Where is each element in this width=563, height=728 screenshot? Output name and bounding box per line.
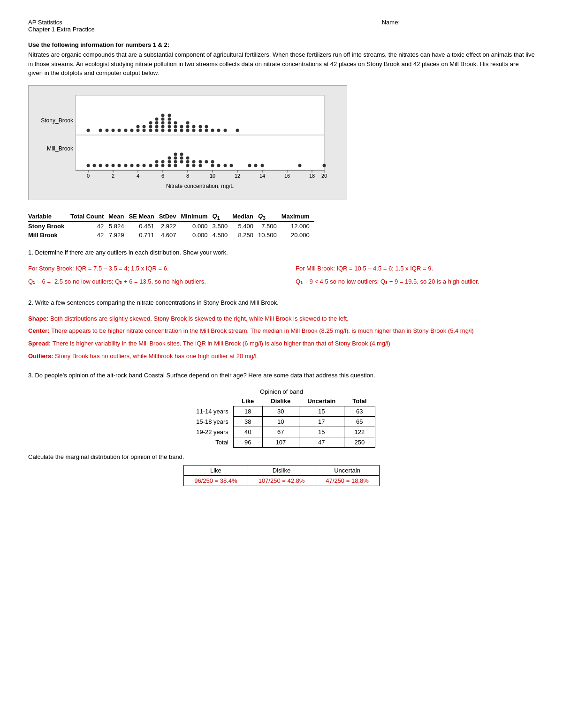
svg-point-43	[199, 128, 202, 132]
svg-point-49	[137, 125, 140, 128]
svg-point-28	[106, 128, 109, 132]
svg-point-70	[168, 113, 171, 117]
svg-text:8: 8	[186, 173, 189, 179]
svg-rect-0	[76, 95, 324, 170]
svg-point-71	[205, 125, 208, 128]
dislike-col-header: Dislike	[262, 396, 299, 406]
svg-point-83	[155, 164, 159, 167]
svg-point-27	[99, 128, 102, 132]
svg-point-82	[149, 164, 152, 167]
instructions-title: Use the following information for number…	[28, 41, 535, 48]
mill-min: 0.000	[181, 231, 213, 240]
svg-point-87	[186, 164, 190, 167]
svg-point-76	[112, 164, 115, 167]
age-row-1518: 15-18 years 38 10 17 65	[188, 417, 375, 427]
svg-point-75	[106, 164, 109, 167]
svg-point-58	[192, 125, 196, 128]
spread-label: Spread:	[28, 340, 51, 347]
svg-point-78	[124, 164, 128, 167]
svg-point-61	[155, 121, 159, 124]
stony-mean: 5.824	[108, 222, 129, 231]
svg-point-102	[199, 160, 202, 163]
like-1922: 40	[233, 427, 262, 437]
svg-point-92	[224, 164, 227, 167]
svg-point-33	[137, 128, 140, 132]
total-dislike: 107	[262, 437, 299, 448]
uncertain-1922: 15	[299, 427, 344, 437]
svg-point-106	[174, 156, 177, 159]
svg-point-34	[143, 128, 146, 132]
stony-median: 5.400	[232, 222, 258, 231]
svg-point-72	[87, 164, 90, 167]
marginal-like-header: Like	[184, 465, 248, 476]
svg-point-90	[211, 164, 214, 167]
q1-answers: For Stony Brook: IQR = 7.5 – 3.5 = 4; 1.…	[28, 264, 535, 287]
svg-point-73	[93, 164, 96, 167]
svg-text:10: 10	[210, 173, 215, 179]
q1-stony-iqr: For Stony Brook: IQR = 7.5 – 3.5 = 4; 1.…	[28, 264, 267, 274]
svg-text:12: 12	[235, 173, 240, 179]
svg-point-114	[298, 164, 302, 167]
svg-text:14: 14	[259, 173, 265, 179]
shape-label: Shape:	[28, 315, 48, 322]
mill-stdev: 4.607	[159, 231, 181, 240]
svg-point-112	[254, 164, 258, 167]
col-max: Maximum	[282, 211, 314, 222]
opinion-table: Like Dislike Uncertain Total 11-14 years…	[188, 396, 375, 448]
q2-spread: Spread: There is higher variability in t…	[28, 339, 535, 349]
svg-point-110	[180, 152, 183, 156]
stats-table: Variable Total Count Mean SE Mean StDev …	[28, 211, 314, 240]
svg-point-93	[230, 164, 233, 167]
svg-text:16: 16	[284, 173, 290, 179]
svg-point-105	[168, 156, 171, 159]
marginal-like-value: 96/250 = 38.4%	[184, 476, 248, 486]
q3-text: 3. Do people's opinion of the alt-rock b…	[28, 371, 535, 380]
q2-center: Center: There appears to be higher nitra…	[28, 326, 535, 336]
uncertain-1518: 17	[299, 417, 344, 427]
svg-text:18: 18	[309, 173, 315, 179]
q2-section: 2. Write a few sentences comparing the n…	[28, 298, 535, 361]
q1-mill-col: For Mill Brook: IQR = 10.5 – 4.5 = 6; 1.…	[296, 264, 535, 287]
dislike-1114: 30	[262, 406, 299, 417]
outliers-label: Outliers:	[28, 353, 53, 360]
header: AP Statistics Chapter 1 Extra Practice N…	[28, 19, 535, 33]
svg-point-64	[174, 121, 177, 124]
svg-point-32	[130, 128, 134, 132]
stony-max: 12.000	[282, 222, 314, 231]
svg-point-95	[155, 160, 159, 163]
marginal-uncertain-header: Uncertain	[315, 465, 379, 476]
svg-point-80	[137, 164, 140, 167]
svg-point-50	[143, 125, 146, 128]
marginal-dislike-header: Dislike	[248, 465, 315, 476]
stony-min: 0.000	[181, 222, 213, 231]
q1-text: 1. Determine if there are any outliers i…	[28, 249, 228, 256]
svg-point-41	[186, 128, 190, 132]
svg-text:0: 0	[87, 173, 90, 179]
svg-point-48	[236, 128, 239, 132]
mill-q1: 4.500	[213, 231, 233, 240]
svg-point-77	[118, 164, 121, 167]
total-total: 250	[344, 437, 375, 448]
name-underline	[403, 19, 535, 26]
svg-point-39	[174, 128, 177, 132]
stony-stdev: 2.922	[159, 222, 181, 231]
uncertain-col-header: Uncertain	[299, 396, 344, 406]
svg-point-52	[155, 125, 159, 128]
svg-point-38	[168, 128, 171, 132]
marginal-dislike-value: 107/250 = 42.8%	[248, 476, 315, 486]
col-min: Minimum	[181, 211, 213, 222]
svg-point-51	[149, 125, 152, 128]
svg-point-56	[180, 125, 183, 128]
mill-brook-ylabel: Mill_Brook	[47, 145, 74, 152]
svg-point-42	[192, 128, 196, 132]
svg-point-57	[186, 125, 190, 128]
dotplot-svg: Stony_Brook Mill_Brook 0 2 4 6 8 10 12 1…	[38, 95, 329, 189]
svg-point-84	[161, 164, 165, 167]
dotplot-container: Stony_Brook Mill_Brook 0 2 4 6 8 10 12 1…	[28, 85, 347, 200]
svg-point-46	[217, 128, 221, 132]
totals-row: Total 96 107 47 250	[188, 437, 375, 448]
col-semean: SE Mean	[129, 211, 159, 222]
marginal-values-row: 96/250 = 38.4% 107/250 = 42.8% 47/250 = …	[184, 476, 380, 486]
col-count: Total Count	[70, 211, 108, 222]
svg-point-62	[161, 121, 165, 124]
